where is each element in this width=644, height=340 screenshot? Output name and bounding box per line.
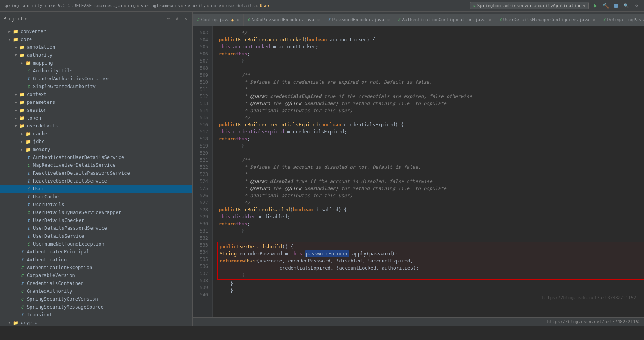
code-line-511: * (219, 86, 644, 93)
tree-item-grantedauthoritiescontainer[interactable]: ▶ I GrantedAuthoritiesContainer (0, 75, 192, 83)
expand-arrow-mapping[interactable]: ▶ (19, 61, 25, 65)
tree-item-simplegrantedauthority[interactable]: ▶ C SimpleGrantedAuthority (0, 83, 192, 91)
breadcrumb-core[interactable]: core (211, 3, 221, 8)
breadcrumb-userdetails[interactable]: userdetails (226, 3, 255, 8)
tab-label-ac: AuthenticationConfiguration.java (402, 17, 485, 22)
class-icon-cv: C (19, 272, 25, 279)
expand-arrow-context[interactable]: ▶ (13, 92, 19, 96)
tab-close-pe[interactable]: ✕ (387, 18, 390, 22)
tab-authconfig[interactable]: C AuthenticationConfiguration.java ✕ (394, 14, 495, 26)
code-line-514: * additional attributes for this user) (219, 107, 644, 114)
tab-config[interactable]: C Config.java ● ✕ (193, 14, 244, 26)
panel-settings-icon[interactable]: ⚙ (174, 15, 181, 22)
tree-item-userdetails[interactable]: ▼ 📁 userdetails (0, 122, 192, 130)
tree-item-converter[interactable]: ▶ 📁 converter (0, 28, 192, 35)
tree-item-rudps[interactable]: ▶ I ReactiveUserDetailsPasswordService (0, 169, 192, 177)
tree-item-jdbc[interactable]: ▶ 📁 jdbc (0, 138, 192, 146)
build-button[interactable]: 🔨 (601, 2, 610, 10)
expand-arrow-session[interactable]: ▶ (13, 108, 19, 112)
tree-item-session[interactable]: ▶ 📁 session (0, 106, 192, 114)
tree-item-auds[interactable]: ▶ I AuthenticationUserDetailsService (0, 153, 192, 161)
tab-close-config[interactable]: ✕ (237, 18, 239, 22)
settings-button[interactable]: ⚙ (632, 2, 641, 10)
tree-item-userdetails-class[interactable]: ▶ I UserDetails (0, 201, 192, 209)
folder-icon-core: 📁 (13, 36, 19, 42)
tree-item-mapping[interactable]: ▶ 📁 mapping (0, 59, 192, 67)
expand-arrow-memory[interactable]: ▶ (19, 148, 25, 152)
breadcrumb-org[interactable]: org (128, 3, 136, 8)
code-line-534: String encodedPassword = this.passwordEn… (220, 250, 643, 257)
panel-close-icon[interactable]: ✕ (182, 15, 189, 22)
tree-item-core[interactable]: ▼ 📁 core (0, 35, 192, 43)
code-line-515: */ (219, 114, 644, 121)
panel-collapse-button[interactable]: ⇔ (165, 15, 172, 22)
tree-label-ap: AuthenticatedPrincipal (27, 249, 89, 255)
tree-item-ae[interactable]: ▶ C AuthenticationException (0, 264, 192, 272)
breadcrumb-springframework[interactable]: springframework (141, 3, 180, 8)
expand-arrow-annotation[interactable]: ▶ (13, 45, 19, 49)
expand-arrow-parameters[interactable]: ▶ (13, 100, 19, 104)
debug-button[interactable] (612, 2, 620, 10)
tab-close-ac[interactable]: ✕ (489, 18, 491, 22)
expand-arrow-authority[interactable]: ▼ (13, 53, 19, 57)
tree-item-annotation[interactable]: ▶ 📁 annotation (0, 43, 192, 51)
tree-item-memory[interactable]: ▶ 📁 memory (0, 146, 192, 153)
tree-item-sscv[interactable]: ▶ C SpringSecurityCoreVersion (0, 295, 192, 303)
breadcrumb-jar[interactable]: spring-security-core-5.2.2.RELEASE-sourc… (3, 3, 123, 8)
tab-close-udmc[interactable]: ✕ (592, 18, 595, 22)
code-line-513: * @return the {@link UserBuilder} for me… (219, 100, 644, 107)
code-line-509: /** (219, 72, 644, 79)
tree-item-udbnssw[interactable]: ▶ C UserDetailsByNameServiceWrapper (0, 209, 192, 216)
tab-udmc[interactable]: C UserDetailsManagerConfigurer.java ✕ (495, 14, 599, 26)
tree-item-user[interactable]: ▶ C User (0, 185, 192, 193)
tree-item-uds[interactable]: ▶ I UserDetailsService (0, 232, 192, 240)
tree-item-token[interactable]: ▶ 📁 token (0, 114, 192, 122)
folder-icon-token: 📁 (19, 115, 25, 121)
tree-item-udps[interactable]: ▶ I UserDetailsPasswordService (0, 224, 192, 232)
tree-item-mruds[interactable]: ▶ C MapReactiveUserDetailsService (0, 161, 192, 169)
tree-item-cv[interactable]: ▶ C ComparableVersion (0, 272, 192, 279)
tree-item-authentication[interactable]: ▶ I Authentication (0, 256, 192, 264)
tab-delegating[interactable]: C DelegatingPasswo... ✕ (599, 14, 644, 26)
search-button[interactable]: 🔍 (622, 2, 631, 10)
tree-item-ap[interactable]: ▶ I AuthenticatedPrincipal (0, 248, 192, 256)
expand-arrow-cache[interactable]: ▶ (19, 132, 25, 136)
tree-item-parameters[interactable]: ▶ 📁 parameters (0, 98, 192, 106)
tree-item-ruds[interactable]: ▶ I ReactiveUserDetailsService (0, 177, 192, 185)
tab-passwordencoder[interactable]: I PasswordEncoder.java ✕ (324, 14, 394, 26)
tree-item-cc[interactable]: ▶ I CredentialsContainer (0, 279, 192, 287)
breadcrumb-user[interactable]: User (260, 3, 270, 8)
run-config[interactable]: ▶ SpringbootadminserversecurityApplicati… (470, 2, 589, 9)
tree-item-ssms[interactable]: ▶ C SpringSecurityMessageSource (0, 303, 192, 311)
tab-close-nope[interactable]: ✕ (317, 18, 320, 22)
tree-item-crypto[interactable]: ▼ 📁 crypto (0, 319, 192, 326)
tree-item-transient[interactable]: ▶ I Transient (0, 311, 192, 319)
expand-arrow-token[interactable]: ▶ (13, 116, 19, 120)
tree-label-transient: Transient (27, 312, 52, 318)
expand-arrow-jdbc[interactable]: ▶ (19, 140, 25, 144)
code-line-529: this.disabled = disabled; (219, 213, 644, 220)
tree-item-authority[interactable]: ▼ 📁 authority (0, 51, 192, 59)
expand-arrow-crypto[interactable]: ▼ (6, 321, 13, 325)
tree-label-cv: ComparableVersion (27, 273, 75, 278)
expand-arrow-userdetails[interactable]: ▼ (13, 124, 19, 128)
tab-nooppasswordencoder[interactable]: C NoOpPasswordEncoder.java ✕ (244, 14, 324, 26)
tree-item-context[interactable]: ▶ 📁 context (0, 91, 192, 98)
tree-label-auds: AuthenticationUserDetailsService (33, 155, 124, 160)
run-button[interactable] (591, 2, 600, 10)
tree-item-cache[interactable]: ▶ 📁 cache (0, 130, 192, 138)
tree-item-udc[interactable]: ▶ I UserDetailsChecker (0, 216, 192, 224)
tree-item-unfe[interactable]: ▶ C UsernameNotFoundException (0, 240, 192, 248)
tree-item-usercache[interactable]: ▶ I UserCache (0, 193, 192, 201)
code-content[interactable]: */ public UserBuilder accountLocked(bool… (213, 26, 644, 317)
folder-icon-context: 📁 (19, 91, 25, 98)
project-dropdown-arrow[interactable]: ▼ (25, 17, 27, 21)
tree-label-usercache: UserCache (33, 194, 59, 200)
code-line-530: return this; (219, 220, 644, 227)
expand-arrow-converter[interactable]: ▶ (6, 30, 13, 33)
tree-item-authorityutils[interactable]: ▶ C AuthorityUtils (0, 67, 192, 75)
tree-item-ga[interactable]: ▶ C GrantedAuthority (0, 287, 192, 295)
line-numbers: 503 504 505 506 507 508 509 510 511 512 … (193, 26, 213, 317)
breadcrumb-security[interactable]: security (185, 3, 206, 8)
expand-arrow-core[interactable]: ▼ (6, 37, 13, 41)
